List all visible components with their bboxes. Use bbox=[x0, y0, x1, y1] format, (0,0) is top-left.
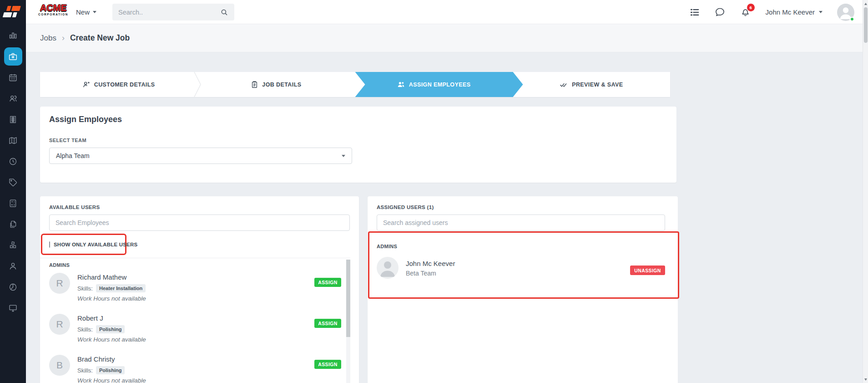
sidebar-item-organization[interactable] bbox=[0, 109, 26, 130]
sidebar-item-users[interactable] bbox=[0, 255, 26, 276]
tab-customer-details[interactable]: CUSTOMER DETAILS bbox=[40, 72, 197, 97]
page-scrollbar-thumb[interactable] bbox=[864, 7, 868, 43]
available-user-row: R Richard Mathew Skills: Heater Installa… bbox=[49, 268, 350, 309]
user-name: Richard Mathew bbox=[77, 273, 146, 281]
avatar: B bbox=[49, 355, 70, 376]
new-dropdown[interactable]: New bbox=[76, 0, 96, 24]
unassign-button[interactable]: UNASSIGN bbox=[630, 266, 665, 275]
preview-save-icon bbox=[560, 82, 568, 88]
avatar bbox=[377, 257, 399, 279]
sidebar-item-timesheet[interactable] bbox=[0, 151, 26, 172]
select-team-label: SELECT TEAM bbox=[49, 138, 667, 143]
team-select-value: Alpha Team bbox=[56, 152, 90, 159]
user-menu[interactable]: John Mc Keever bbox=[766, 8, 823, 16]
acme-logo: ACME CORPORATION bbox=[35, 3, 72, 16]
assign-button[interactable]: ASSIGN bbox=[314, 319, 341, 328]
page-scrollbar[interactable] bbox=[863, 0, 868, 383]
sidebar-item-calendar[interactable] bbox=[0, 67, 26, 88]
sidebar-item-estimates[interactable] bbox=[0, 193, 26, 214]
skill-badge: Heater Installation bbox=[96, 284, 146, 292]
assigned-users-panel: ASSIGNED USERS (1) ADMINS John Mc Keever… bbox=[368, 196, 678, 383]
avatar[interactable] bbox=[837, 4, 854, 21]
monitor-icon bbox=[4, 299, 22, 317]
assigned-users-title: ASSIGNED USERS (1) bbox=[377, 204, 669, 210]
sidebar-item-jobs[interactable] bbox=[0, 46, 26, 67]
step-label: CUSTOMER DETAILS bbox=[94, 82, 155, 88]
list-icon[interactable] bbox=[689, 7, 700, 18]
breadcrumb-separator: › bbox=[62, 33, 65, 43]
tab-assign-employees[interactable]: ASSIGN EMPLOYEES bbox=[355, 72, 513, 97]
search-assigned-input[interactable] bbox=[377, 214, 665, 231]
divider bbox=[40, 258, 350, 258]
breadcrumb-jobs-link[interactable]: Jobs bbox=[40, 34, 56, 43]
user-name: John Mc Keever bbox=[406, 260, 455, 267]
global-search bbox=[112, 4, 234, 20]
skill-badge: Polishing bbox=[96, 325, 125, 333]
avatar-silhouette-icon bbox=[377, 257, 399, 279]
avatar: R bbox=[49, 314, 70, 335]
chevron-down-icon bbox=[819, 11, 823, 13]
user-team: Beta Team bbox=[406, 270, 455, 277]
team-select[interactable]: Alpha Team bbox=[49, 148, 352, 164]
assign-employees-card: Assign Employees SELECT TEAM Alpha Team bbox=[40, 107, 676, 183]
step-label: ASSIGN EMPLOYEES bbox=[409, 82, 471, 88]
chevron-down-icon bbox=[342, 155, 345, 157]
user-list-scrollbar-thumb[interactable] bbox=[346, 260, 350, 337]
online-status-dot bbox=[850, 17, 854, 21]
job-details-icon bbox=[251, 81, 258, 88]
user-name: Robert J bbox=[77, 314, 146, 322]
show-only-available-label[interactable]: SHOW ONLY AVAILABLE USERS bbox=[54, 242, 137, 247]
admins-group-label: ADMINS bbox=[377, 244, 669, 249]
sidebar-item-monitor[interactable] bbox=[0, 297, 26, 318]
available-user-row: R Robert J Skills: Polishing Work Hours … bbox=[49, 309, 350, 350]
step-label: JOB DETAILS bbox=[262, 82, 301, 88]
app-viewport: ACME CORPORATION New bbox=[0, 0, 868, 383]
bell-icon[interactable]: 6 bbox=[740, 7, 751, 18]
sidebar-item-dashboard[interactable] bbox=[0, 25, 26, 46]
left-sidebar bbox=[0, 24, 26, 383]
calendar-icon bbox=[4, 68, 22, 87]
sidebar-item-reports[interactable] bbox=[0, 276, 26, 297]
skill-badge: Polishing bbox=[96, 366, 125, 374]
search-employees-input[interactable] bbox=[49, 214, 350, 231]
customer-details-icon bbox=[83, 81, 90, 88]
tab-preview-save[interactable]: PREVIEW & SAVE bbox=[513, 72, 670, 97]
available-user-row: B Brad Christy Skills: Polishing Work Ho… bbox=[49, 350, 350, 383]
chat-icon[interactable] bbox=[715, 7, 726, 18]
show-only-available-highlight: SHOW ONLY AVAILABLE USERS bbox=[41, 234, 126, 255]
sidebar-item-pricing[interactable] bbox=[0, 172, 26, 193]
work-hours-note: Work Hours not available bbox=[77, 295, 146, 302]
scroll-down-arrow[interactable] bbox=[863, 376, 868, 383]
section-title: Assign Employees bbox=[49, 115, 667, 124]
user-name: John Mc Keever bbox=[766, 8, 815, 16]
cubes-icon bbox=[4, 236, 22, 254]
user-group-icon bbox=[4, 89, 22, 107]
assigned-user-row: John Mc Keever Beta Team UNASSIGN bbox=[377, 257, 669, 279]
clock-icon bbox=[4, 152, 22, 170]
app-logo[interactable] bbox=[0, 0, 26, 24]
user-list-scrollbar[interactable] bbox=[346, 260, 350, 383]
sidebar-item-map[interactable] bbox=[0, 130, 26, 151]
chevron-down-icon bbox=[93, 11, 96, 13]
pie-chart-icon bbox=[4, 278, 22, 296]
top-navbar: ACME CORPORATION New bbox=[0, 0, 868, 24]
show-only-available-checkbox[interactable] bbox=[49, 241, 50, 248]
assign-button[interactable]: ASSIGN bbox=[314, 360, 341, 369]
admins-group-label: ADMINS bbox=[49, 262, 350, 268]
sidebar-item-parts[interactable] bbox=[0, 235, 26, 255]
assign-button[interactable]: ASSIGN bbox=[314, 278, 341, 287]
search-icon[interactable] bbox=[220, 8, 228, 16]
main-content: Jobs › Create New Job CUSTOMER DETAILS J… bbox=[26, 24, 863, 383]
tab-job-details[interactable]: JOB DETAILS bbox=[197, 72, 355, 97]
wizard-steps: CUSTOMER DETAILS JOB DETAILS ASSIGN EMPL… bbox=[40, 72, 670, 97]
global-search-input[interactable] bbox=[118, 9, 220, 16]
scroll-up-arrow[interactable] bbox=[863, 0, 868, 7]
map-icon bbox=[4, 131, 22, 149]
assign-employees-icon bbox=[397, 81, 405, 88]
skills-label: Skills: bbox=[77, 326, 93, 333]
sidebar-item-customers[interactable] bbox=[0, 88, 26, 109]
notification-badge: 6 bbox=[747, 4, 755, 11]
sidebar-item-documents[interactable] bbox=[0, 214, 26, 235]
available-users-panel: AVAILABLE USERS SHOW ONLY AVAILABLE USER… bbox=[40, 196, 359, 383]
documents-icon bbox=[4, 215, 22, 233]
